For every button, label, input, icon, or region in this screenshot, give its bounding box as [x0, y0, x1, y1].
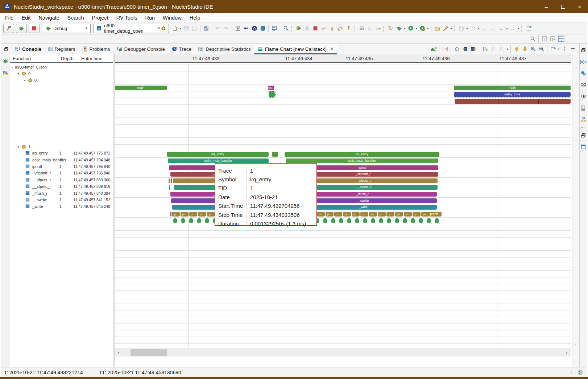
tab-registers[interactable]: 10100101Registers	[45, 44, 78, 54]
close-icon[interactable]: ✕	[330, 46, 334, 52]
annot-down-icon[interactable]	[457, 24, 465, 33]
flame-block[interactable]	[379, 218, 383, 223]
menu-edit[interactable]: Edit	[17, 15, 34, 21]
chevron-down-icon[interactable]: ▾	[505, 27, 509, 30]
call-hierarchy-icon[interactable]	[579, 115, 588, 124]
persp-active-icon[interactable]	[557, 35, 565, 43]
column-function[interactable]: Function	[13, 56, 31, 61]
column-divider[interactable]	[59, 54, 59, 367]
scroll-left-arrow[interactable]: ‹	[115, 350, 123, 355]
tree-row-iprintf[interactable]: iprintf	[25, 164, 42, 169]
flame-block[interactable]	[205, 218, 209, 223]
bug-icon[interactable]	[395, 24, 403, 33]
redo-icon[interactable]: ↷	[222, 24, 230, 33]
tree-expand-caret[interactable]: ▼	[23, 79, 26, 82]
save-all-icon[interactable]	[190, 24, 199, 33]
search-icon[interactable]	[529, 35, 537, 43]
skip-bp-icon[interactable]	[357, 24, 365, 33]
new-file-icon[interactable]	[170, 24, 179, 33]
flame-chart-plot[interactable]: mainec...maindelay_1msirq_entryirq_entry…	[115, 64, 571, 348]
menu-help[interactable]: Help	[186, 15, 204, 21]
column-depth[interactable]: Depth	[61, 56, 74, 61]
align-icon[interactable]	[441, 45, 449, 53]
restore-pane-icon[interactable]	[579, 131, 588, 139]
debug-mode-combo[interactable]: Debug ▼	[43, 24, 91, 33]
menu-file[interactable]: File	[1, 15, 17, 21]
save-icon[interactable]	[182, 24, 190, 33]
bug-icon[interactable]	[1, 57, 10, 65]
flame-block[interactable]: pu...	[404, 212, 412, 217]
dots-icon[interactable]: ⋮	[560, 45, 569, 53]
flame-bar[interactable]	[269, 92, 275, 97]
flame-bar[interactable]: main	[115, 86, 167, 90]
pause-icon[interactable]	[303, 24, 311, 33]
flame-block[interactable]: pu...	[317, 212, 325, 217]
flame-block[interactable]: pu...	[378, 212, 386, 217]
flame-block[interactable]	[435, 218, 439, 223]
flag-prev-icon[interactable]	[489, 45, 497, 53]
chevron-down-icon[interactable]: ▾	[557, 48, 560, 51]
menu-window[interactable]: Window	[159, 15, 186, 21]
fwd2-icon[interactable]: →	[509, 24, 517, 33]
step-over-icon[interactable]	[336, 24, 344, 33]
torch-icon[interactable]	[441, 24, 450, 33]
annot-up-icon[interactable]	[469, 24, 477, 33]
column-entry-time[interactable]: Entry time	[81, 56, 103, 61]
tree-row-u900-timer-0-json[interactable]: ▼u900-timer_0.json	[11, 64, 47, 70]
profile-gc-icon[interactable]: 10	[429, 45, 438, 53]
binary-icon[interactable]: 010	[202, 24, 210, 33]
persp-grid-icon[interactable]	[540, 35, 548, 43]
flame-block[interactable]	[323, 218, 327, 223]
flame-block[interactable]	[419, 218, 423, 223]
peripheral-doc-icon[interactable]	[579, 104, 588, 112]
flame-block[interactable]	[403, 218, 407, 223]
tab-console[interactable]: Console	[11, 44, 45, 54]
menu-search[interactable]: Search	[63, 15, 88, 21]
tree-expand-caret[interactable]: ▼	[17, 73, 20, 75]
flame-block[interactable]	[363, 218, 367, 223]
flame-block[interactable]: p...	[189, 212, 197, 217]
vertical-scrollbar[interactable]: ⌃ ⌄	[572, 54, 579, 367]
flame-block[interactable]	[339, 218, 343, 223]
flame-block[interactable]: pu...	[343, 212, 351, 217]
chevron-down-icon[interactable]: ▾	[517, 27, 520, 30]
column-divider[interactable]	[80, 54, 80, 367]
chevron-down-icon[interactable]: ▾	[450, 27, 453, 30]
flame-block[interactable]	[395, 218, 399, 223]
close-button[interactable]: ×	[571, 0, 588, 13]
chevron-down-icon[interactable]: ▾	[477, 27, 480, 30]
flame-block[interactable]	[427, 218, 431, 223]
menu-rv-tools[interactable]: RV-Tools	[112, 15, 141, 21]
tab-problems[interactable]: Problems	[79, 44, 113, 54]
up-gold-icon[interactable]	[512, 45, 521, 53]
tree-expand-caret[interactable]: ▼	[17, 146, 20, 148]
instr-step-icon[interactable]: i	[374, 24, 382, 33]
menu-run[interactable]: Run	[141, 15, 159, 21]
scroll-down-arrow[interactable]: ⌄	[572, 341, 579, 346]
launch-config-combo[interactable]: c u900-timer_debug_open ▼	[94, 24, 169, 33]
flame-block[interactable]: p...	[334, 212, 342, 217]
pin-editor-icon[interactable]	[525, 24, 533, 33]
flame-block[interactable]	[355, 218, 359, 223]
chevron-down-icon[interactable]: ▾	[415, 27, 418, 30]
fwd-icon[interactable]: →	[489, 24, 497, 33]
flame-block[interactable]	[173, 218, 177, 223]
build-button[interactable]	[3, 24, 14, 33]
step-return-icon[interactable]	[344, 24, 353, 33]
load-icon[interactable]: LOAD	[233, 24, 242, 33]
db-icon[interactable]	[258, 24, 267, 33]
last-edit-icon[interactable]: ←	[497, 24, 505, 33]
flame-block[interactable]: pu...	[181, 212, 189, 217]
nav-back-icon[interactable]	[461, 45, 469, 53]
terminate-button[interactable]	[29, 24, 40, 33]
monitor-icon[interactable]	[270, 24, 278, 33]
tab-trace[interactable]: Trace	[168, 44, 195, 54]
flame-block[interactable]: pu...	[326, 212, 334, 217]
tree-expand-caret[interactable]: ▼	[11, 66, 13, 69]
connect-icon[interactable]	[242, 24, 250, 33]
flame-bar[interactable]	[169, 185, 170, 190]
flame-block[interactable]	[387, 218, 391, 223]
flame-block[interactable]: p...	[172, 212, 180, 217]
flame-block[interactable]: p...	[207, 212, 215, 217]
flame-block[interactable]: p...	[413, 212, 421, 217]
